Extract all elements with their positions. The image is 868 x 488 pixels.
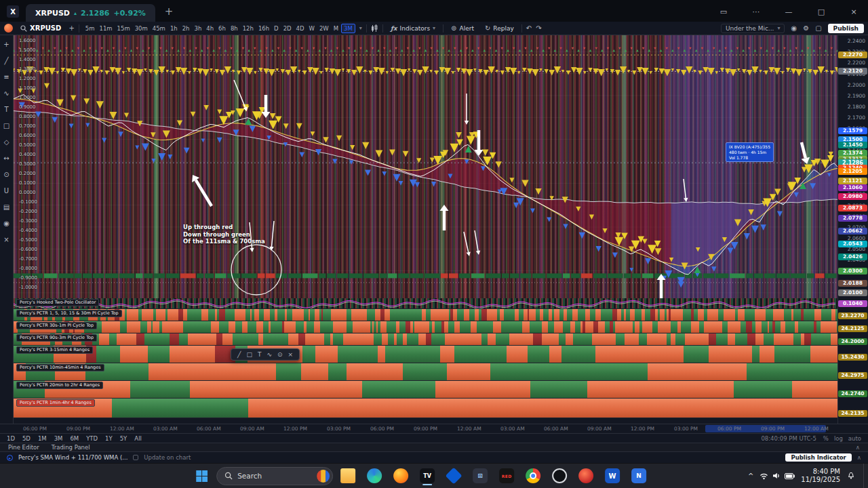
tray-chevron-icon[interactable]: ^ bbox=[748, 472, 753, 480]
timeframe-12h[interactable]: 12h bbox=[241, 24, 256, 33]
panel-collapse-icon[interactable]: ∧ bbox=[856, 444, 860, 451]
script-name[interactable]: Percy's SMA Wind + 111/700 WMA (... bbox=[18, 454, 127, 461]
forecast-tool[interactable]: ↔ bbox=[1, 152, 12, 163]
text-tool[interactable]: T bbox=[1, 104, 12, 115]
timeframe-2W[interactable]: 2W bbox=[317, 24, 331, 33]
timeframe-2h[interactable]: 2h bbox=[180, 24, 192, 33]
range-1m[interactable]: 1M bbox=[38, 435, 47, 442]
timeframe-30m[interactable]: 30m bbox=[133, 24, 150, 33]
timeframe-4h[interactable]: 4h bbox=[204, 24, 216, 33]
timeframe-3M[interactable]: 3M bbox=[341, 24, 355, 33]
timeframe-15m[interactable]: 15m bbox=[115, 24, 132, 33]
script-collapse-icon[interactable]: ∧ bbox=[857, 454, 861, 461]
lock-tool[interactable]: ▤ bbox=[1, 201, 12, 212]
close-button[interactable]: × bbox=[845, 7, 863, 16]
maximize-button[interactable]: □ bbox=[812, 7, 830, 16]
tab-pine-editor[interactable]: Pine Editor bbox=[8, 444, 39, 451]
alert-button[interactable]: ⊚ Alert bbox=[448, 24, 477, 33]
indicator-panel-3[interactable]: Percy's PCTR 30s-1m PI Cycle Top bbox=[14, 321, 837, 333]
indicator-panel-1[interactable]: Percy's Hooked Two-Pole Oscillator bbox=[14, 298, 837, 309]
chart-canvas[interactable]: 1.60001.50001.40001.30001.20001.10001.00… bbox=[14, 35, 837, 298]
draw-line-icon[interactable]: ╱ bbox=[237, 351, 241, 358]
redo-icon[interactable]: ↷ bbox=[536, 24, 541, 32]
afterburner-icon[interactable] bbox=[574, 466, 597, 486]
timeframe-5m[interactable]: 5m bbox=[83, 24, 97, 33]
range-5d[interactable]: 5D bbox=[22, 435, 31, 442]
timeframe-3h[interactable]: 3h bbox=[193, 24, 204, 33]
magnet-tool[interactable]: U bbox=[1, 185, 12, 196]
fib-retracement-tool[interactable]: ≡ bbox=[1, 71, 12, 82]
timeframe-1h[interactable]: 1h bbox=[168, 24, 180, 33]
pattern-tool[interactable]: ◇ bbox=[1, 136, 12, 147]
publish-button[interactable]: Publish bbox=[828, 24, 864, 33]
new-tab-button[interactable]: + bbox=[165, 5, 174, 18]
timeframe-D[interactable]: D bbox=[272, 24, 281, 33]
update-on-chart-checkbox[interactable] bbox=[133, 455, 138, 460]
brush-tool[interactable]: ∿ bbox=[1, 87, 12, 98]
draw-wave-icon[interactable]: ∿ bbox=[267, 351, 272, 358]
taskbar-clock[interactable]: 8:40 PM 11/19/2025 bbox=[801, 468, 840, 485]
time-axis[interactable]: 06:00 PM09:00 PM12:00 AM03:00 AM06:00 AM… bbox=[0, 424, 868, 433]
edge-icon[interactable] bbox=[363, 466, 386, 486]
layout-select[interactable]: Under the Mic...▾ bbox=[721, 24, 785, 33]
search-input[interactable]: Search bbox=[216, 467, 333, 485]
indicator-panel-4[interactable]: Percy's PCTR 90s-3m PI Cycle Top bbox=[14, 333, 837, 346]
range-all[interactable]: All bbox=[134, 435, 142, 442]
price-scale[interactable]: 2.24002.23002.22002.21002.20002.19002.18… bbox=[837, 35, 868, 424]
minimize-button[interactable]: — bbox=[780, 7, 797, 16]
indicator-panel-5[interactable]: Percy's PCTR 3-15min 4 Ranges bbox=[14, 346, 837, 363]
shapes-tool[interactable]: □ bbox=[1, 120, 12, 131]
screenshot-icon[interactable]: ◉ bbox=[791, 24, 797, 32]
zoom-tool[interactable]: ⊙ bbox=[1, 169, 12, 180]
firefox-icon[interactable] bbox=[389, 466, 412, 486]
range-5y[interactable]: 5Y bbox=[120, 435, 127, 442]
range-6m[interactable]: 6M bbox=[70, 435, 79, 442]
panel-label[interactable]: Percy's Hooked Two-Pole Oscillator bbox=[16, 299, 99, 306]
panel-label[interactable]: Percy's PCTR 1, 5, 10, 15 & 30m PI Cycle… bbox=[16, 310, 122, 317]
drawboard-icon[interactable] bbox=[442, 466, 465, 486]
timeframe-6h[interactable]: 6h bbox=[216, 24, 228, 33]
mail-icon[interactable]: N bbox=[627, 466, 650, 486]
file-explorer-icon[interactable] bbox=[336, 466, 359, 486]
crosshair-tool[interactable]: + bbox=[1, 39, 12, 49]
panel-label[interactable]: Percy's PCTR 30s-1m PI Cycle Top bbox=[16, 322, 97, 329]
word-icon[interactable]: W bbox=[601, 466, 624, 486]
show-desktop-button[interactable] bbox=[863, 464, 865, 488]
indicator-panel-6[interactable]: Percy's PCTR 10min-45min 4 Ranges bbox=[14, 363, 837, 381]
timeframe-16h[interactable]: 16h bbox=[256, 24, 271, 33]
range-3m[interactable]: 3M bbox=[54, 435, 63, 442]
fullscreen-icon[interactable]: ▢ bbox=[815, 24, 821, 32]
timeframe-M[interactable]: M bbox=[332, 24, 340, 33]
monitor-icon[interactable]: ▭ bbox=[715, 7, 732, 16]
more-menu-icon[interactable]: ⋯ bbox=[747, 7, 765, 16]
timeframe-2D[interactable]: 2D bbox=[281, 24, 294, 33]
panel-label[interactable]: Percy's PCTR 1min-4hr 4 Ranges bbox=[16, 399, 95, 407]
timeframe-11m[interactable]: 11m bbox=[97, 24, 114, 33]
timeframe-4D[interactable]: 4D bbox=[294, 24, 307, 33]
axis-option-pct[interactable]: % bbox=[823, 435, 829, 442]
range-1y[interactable]: 1Y bbox=[105, 435, 113, 442]
compare-icon[interactable]: + bbox=[68, 24, 74, 32]
user-avatar[interactable] bbox=[4, 24, 13, 33]
indicators-button[interactable]: ƒx Indicators ▾ bbox=[387, 24, 439, 33]
start-button[interactable] bbox=[190, 466, 213, 486]
chrome-icon[interactable] bbox=[521, 466, 545, 486]
chart-type-icon[interactable] bbox=[371, 24, 378, 33]
undo-icon[interactable]: ↶ bbox=[526, 24, 532, 32]
script-play-icon[interactable]: ▸ bbox=[7, 455, 13, 461]
indicator-panel-2[interactable]: Percy's PCTR 1, 5, 10, 15 & 30m PI Cycle… bbox=[14, 309, 837, 321]
notifications-icon[interactable] bbox=[846, 472, 856, 480]
axis-option-auto[interactable]: auto bbox=[848, 435, 861, 442]
draw-target-icon[interactable]: ⊙ bbox=[277, 351, 283, 358]
tray-status-icons[interactable] bbox=[760, 472, 795, 480]
tab-trading-panel[interactable]: Trading Panel bbox=[52, 444, 90, 451]
timeframe-dropdown-icon[interactable]: ▾ bbox=[359, 25, 362, 31]
draw-text-icon[interactable]: T bbox=[258, 351, 262, 358]
publish-indicator-button[interactable]: Publish Indicator bbox=[785, 453, 851, 462]
timeframe-W[interactable]: W bbox=[307, 24, 317, 33]
panel-label[interactable]: Percy's PCTR 20min to 2hr 4 Ranges bbox=[16, 382, 103, 389]
tradingview-icon[interactable]: TV bbox=[416, 466, 439, 486]
indicator-panel-8[interactable]: Percy's PCTR 1min-4hr 4 Ranges bbox=[14, 399, 837, 418]
axis-option-log[interactable]: log bbox=[834, 435, 843, 442]
remove-drawings-tool[interactable]: × bbox=[1, 234, 12, 245]
